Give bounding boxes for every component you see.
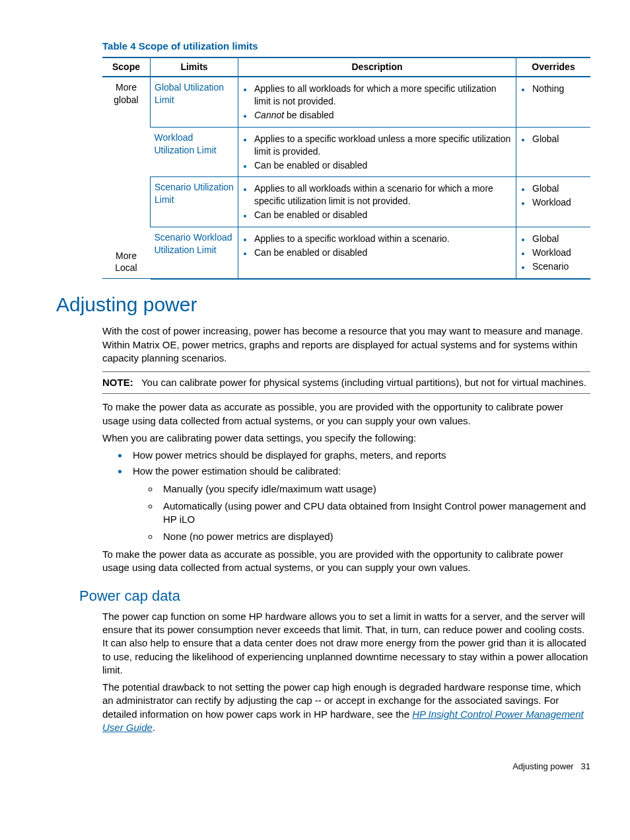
note-text: You can calibrate power for physical sys… xyxy=(141,377,586,388)
heading-power-cap-data: Power cap data xyxy=(79,586,590,606)
list-item: How the power estimation should be calib… xyxy=(129,465,590,543)
intro-paragraph: With the cost of power increasing, power… xyxy=(102,325,590,365)
limit-cell: Workload Utilization Limit xyxy=(151,127,238,177)
desc-cell: Applies to all workloads for which a mor… xyxy=(238,77,516,127)
th-description: Description xyxy=(238,57,516,77)
desc-item: Can be enabled or disabled xyxy=(253,159,512,172)
table-caption: Table 4 Scope of utilization limits xyxy=(102,40,590,53)
th-overrides: Overrides xyxy=(516,57,591,77)
settings-list: How power metrics should be displayed fo… xyxy=(102,449,590,544)
limit-link[interactable]: Scenario Workload Utilization Limit xyxy=(155,232,232,255)
list-item: How power metrics should be displayed fo… xyxy=(129,449,590,462)
desc-item: Can be enabled or disabled xyxy=(253,209,512,221)
override-item: Workload xyxy=(531,247,586,259)
overrides-cell: Global Workload xyxy=(516,177,591,227)
table-row: Workload Utilization Limit Applies to a … xyxy=(102,127,590,177)
body-paragraph: When you are calibrating power data sett… xyxy=(102,432,590,445)
overrides-cell: Nothing xyxy=(516,77,591,127)
override-item: Global xyxy=(531,133,586,145)
list-item: Manually (you specify idle/maximum watt … xyxy=(159,482,590,496)
page-footer: Adjusting power 31 xyxy=(40,761,590,773)
th-scope: Scope xyxy=(102,57,151,77)
override-item: Scenario xyxy=(531,260,586,273)
desc-item: Applies to all workloads for which a mor… xyxy=(253,83,512,108)
override-item: Nothing xyxy=(531,83,586,95)
footer-page-number: 31 xyxy=(581,761,590,771)
desc-item: Can be enabled or disabled xyxy=(253,247,512,259)
body-paragraph: To make the power data as accurate as po… xyxy=(102,401,590,428)
desc-cell: Applies to a specific workload within a … xyxy=(238,227,516,279)
calibration-options-list: Manually (you specify idle/maximum watt … xyxy=(133,482,590,544)
utilization-limits-table: Scope Limits Description Overrides More … xyxy=(102,57,590,280)
limit-cell: Global Utilization Limit xyxy=(151,77,238,127)
body-paragraph: To make the power data as accurate as po… xyxy=(102,548,590,575)
table-row: Scenario Workload Utilization Limit Appl… xyxy=(102,227,590,279)
list-item: None (no power metrics are displayed) xyxy=(159,530,590,543)
table-row: More global Global Utilization Limit App… xyxy=(102,77,590,127)
table-row: More Local Scenario Utilization Limit Ap… xyxy=(102,177,590,227)
limit-link[interactable]: Global Utilization Limit xyxy=(155,82,224,105)
note-box: NOTE: You can calibrate power for physic… xyxy=(102,371,590,394)
note-label: NOTE: xyxy=(102,377,133,388)
limit-link[interactable]: Workload Utilization Limit xyxy=(155,132,217,155)
limit-link[interactable]: Scenario Utilization Limit xyxy=(155,182,234,205)
footer-section: Adjusting power xyxy=(512,761,574,771)
overrides-cell: Global Workload Scenario xyxy=(516,227,591,279)
desc-item: Applies to all workloads within a scenar… xyxy=(253,182,512,208)
body-paragraph: The power cap function on some HP hardwa… xyxy=(102,610,590,677)
limit-cell: Scenario Workload Utilization Limit xyxy=(151,227,238,279)
desc-item: Applies to a specific workload unless a … xyxy=(253,133,512,158)
desc-cell: Applies to all workloads within a scenar… xyxy=(238,177,516,227)
desc-cell: Applies to a specific workload unless a … xyxy=(238,127,516,177)
body-paragraph: The potential drawback to not setting th… xyxy=(102,681,590,734)
th-limits: Limits xyxy=(151,57,238,77)
desc-item: Cannot be disabled xyxy=(253,109,512,122)
overrides-cell: Global xyxy=(516,127,591,177)
scope-cell: More global xyxy=(102,77,151,177)
scope-cell: More Local xyxy=(102,177,151,279)
list-item: Automatically (using power and CPU data … xyxy=(159,500,590,527)
override-item: Workload xyxy=(531,196,586,209)
desc-item: Applies to a specific workload within a … xyxy=(253,233,512,245)
heading-adjusting-power: Adjusting power xyxy=(56,291,590,319)
limit-cell: Scenario Utilization Limit xyxy=(151,177,238,227)
override-item: Global xyxy=(531,182,586,195)
override-item: Global xyxy=(531,233,586,245)
